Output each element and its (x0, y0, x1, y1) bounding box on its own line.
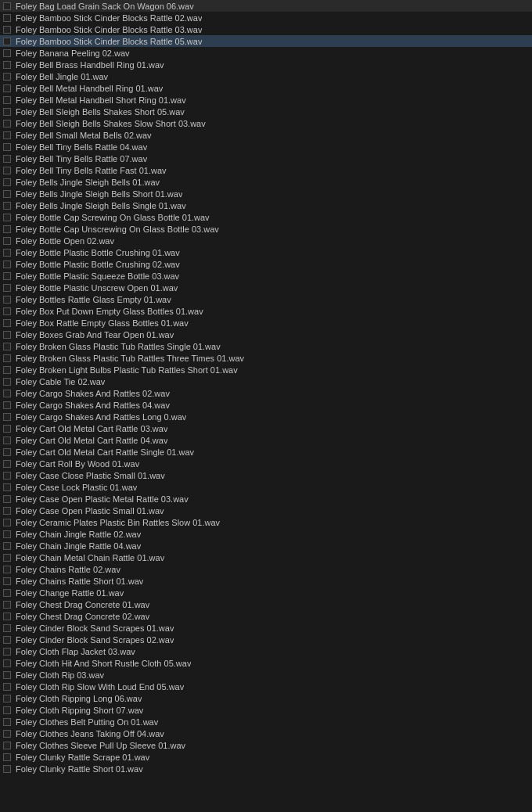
list-item[interactable]: Foley Clunky Rattle Short 01.wav (0, 763, 532, 774)
file-checkbox[interactable] (3, 378, 11, 386)
list-item[interactable]: Foley Bells Jingle Sleigh Bells Single 0… (0, 199, 532, 211)
list-item[interactable]: Foley Bell Tiny Bells Rattle 07.wav (0, 153, 532, 164)
file-checkbox[interactable] (3, 706, 11, 714)
list-item[interactable]: Foley Chest Drag Concrete 01.wav (0, 598, 532, 610)
file-checkbox[interactable] (3, 214, 11, 221)
list-item[interactable]: Foley Bells Jingle Sleigh Bells Short 01… (0, 188, 532, 199)
list-item[interactable]: Foley Chain Jingle Rattle 02.wav (0, 528, 532, 540)
file-checkbox[interactable] (3, 26, 11, 34)
list-item[interactable]: Foley Cloth Hit And Short Rustle Cloth 0… (0, 657, 532, 669)
file-checkbox[interactable] (3, 530, 11, 538)
list-item[interactable]: Foley Bottle Cap Unscrewing On Glass Bot… (0, 223, 532, 235)
file-checkbox[interactable] (3, 331, 11, 339)
list-item[interactable]: Foley Cloth Rip 03.wav (0, 669, 532, 681)
list-item[interactable]: Foley Chain Metal Chain Rattle 01.wav (0, 552, 532, 563)
file-checkbox[interactable] (3, 84, 11, 92)
file-checkbox[interactable] (3, 143, 11, 151)
list-item[interactable]: Foley Change Rattle 01.wav (0, 587, 532, 598)
list-item[interactable]: Foley Bag Load Grain Sack On Wagon 06.wa… (0, 0, 532, 12)
file-checkbox[interactable] (3, 519, 11, 526)
list-item[interactable]: Foley Cart Old Metal Cart Rattle Single … (0, 446, 532, 458)
file-checkbox[interactable] (3, 613, 11, 620)
list-item[interactable]: Foley Box Put Down Empty Glass Bottles 0… (0, 305, 532, 317)
list-item[interactable]: Foley Cart Old Metal Cart Rattle 03.wav (0, 422, 532, 434)
file-checkbox[interactable] (3, 460, 11, 468)
list-item[interactable]: Foley Clunky Rattle Scrape 01.wav (0, 751, 532, 763)
list-item[interactable]: Foley Broken Glass Plastic Tub Rattles S… (0, 340, 532, 352)
list-item[interactable]: Foley Broken Light Bulbs Plastic Tub Rat… (0, 364, 532, 375)
file-checkbox[interactable] (3, 14, 11, 22)
file-checkbox[interactable] (3, 155, 11, 163)
list-item[interactable]: Foley Bells Jingle Sleigh Bells 01.wav (0, 176, 532, 188)
list-item[interactable]: Foley Clothes Belt Putting On 01.wav (0, 716, 532, 728)
file-checkbox[interactable] (3, 554, 11, 562)
file-checkbox[interactable] (3, 354, 11, 362)
file-checkbox[interactable] (3, 648, 11, 656)
list-item[interactable]: Foley Cinder Block Sand Scrapes 02.wav (0, 634, 532, 645)
file-checkbox[interactable] (3, 272, 11, 280)
list-item[interactable]: Foley Bell Sleigh Bells Shakes Slow Shor… (0, 117, 532, 129)
list-item[interactable]: Foley Cinder Block Sand Scrapes 01.wav (0, 622, 532, 634)
list-item[interactable]: Foley Bottles Rattle Glass Empty 01.wav (0, 293, 532, 305)
list-item[interactable]: Foley Box Rattle Empty Glass Bottles 01.… (0, 317, 532, 329)
list-item[interactable]: Foley Bottle Plastic Squeeze Bottle 03.w… (0, 270, 532, 282)
file-checkbox[interactable] (3, 659, 11, 667)
file-checkbox[interactable] (3, 495, 11, 503)
file-checkbox[interactable] (3, 366, 11, 374)
list-item[interactable]: Foley Bottle Plastic Bottle Crushing 01.… (0, 246, 532, 258)
file-checkbox[interactable] (3, 507, 11, 515)
list-item[interactable]: Foley Bell Tiny Bells Rattle 04.wav (0, 141, 532, 153)
file-checkbox[interactable] (3, 542, 11, 550)
file-checkbox[interactable] (3, 601, 11, 609)
file-checkbox[interactable] (3, 483, 11, 491)
list-item[interactable]: Foley Bamboo Stick Cinder Blocks Rattle … (0, 35, 532, 47)
list-item[interactable]: Foley Case Open Plastic Metal Rattle 03.… (0, 493, 532, 505)
file-checkbox[interactable] (3, 2, 11, 10)
list-item[interactable]: Foley Bottle Cap Screwing On Glass Bottl… (0, 211, 532, 223)
list-item[interactable]: Foley Chain Jingle Rattle 04.wav (0, 540, 532, 552)
list-item[interactable]: Foley Bell Brass Handbell Ring 01.wav (0, 59, 532, 70)
file-checkbox[interactable] (3, 167, 11, 174)
file-checkbox[interactable] (3, 49, 11, 57)
list-item[interactable]: Foley Bell Metal Handbell Ring 01.wav (0, 82, 532, 94)
list-item[interactable]: Foley Bottle Plastic Bottle Crushing 02.… (0, 258, 532, 270)
file-checkbox[interactable] (3, 225, 11, 233)
file-checkbox[interactable] (3, 437, 11, 444)
list-item[interactable]: Foley Bell Tiny Bells Rattle Fast 01.wav (0, 164, 532, 176)
list-item[interactable]: Foley Cloth Rip Slow With Loud End 05.wa… (0, 681, 532, 692)
list-item[interactable]: Foley Clothes Sleeve Pull Up Sleeve 01.w… (0, 739, 532, 751)
list-item[interactable]: Foley Broken Glass Plastic Tub Rattles T… (0, 352, 532, 364)
file-checkbox[interactable] (3, 120, 11, 128)
file-checkbox[interactable] (3, 425, 11, 433)
list-item[interactable]: Foley Bell Jingle 01.wav (0, 70, 532, 82)
file-checkbox[interactable] (3, 472, 11, 480)
file-checkbox[interactable] (3, 131, 11, 139)
file-checkbox[interactable] (3, 319, 11, 327)
file-checkbox[interactable] (3, 577, 11, 585)
file-checkbox[interactable] (3, 566, 11, 573)
list-item[interactable]: Foley Bell Metal Handbell Short Ring 01.… (0, 94, 532, 106)
file-checkbox[interactable] (3, 589, 11, 597)
file-checkbox[interactable] (3, 296, 11, 304)
list-item[interactable]: Foley Cloth Flap Jacket 03.wav (0, 645, 532, 657)
file-checkbox[interactable] (3, 742, 11, 749)
file-checkbox[interactable] (3, 190, 11, 198)
list-item[interactable]: Foley Cart Roll By Wood 01.wav (0, 458, 532, 469)
list-item[interactable]: Foley Cloth Ripping Short 07.wav (0, 704, 532, 716)
file-checkbox[interactable] (3, 624, 11, 632)
file-checkbox[interactable] (3, 73, 11, 81)
list-item[interactable]: Foley Case Lock Plastic 01.wav (0, 481, 532, 493)
file-checkbox[interactable] (3, 307, 11, 315)
file-checkbox[interactable] (3, 237, 11, 245)
list-item[interactable]: Foley Case Open Plastic Small 01.wav (0, 505, 532, 516)
file-checkbox[interactable] (3, 108, 11, 116)
list-item[interactable]: Foley Cargo Shakes And Rattles Long 0.wa… (0, 411, 532, 422)
file-checkbox[interactable] (3, 683, 11, 691)
list-item[interactable]: Foley Cargo Shakes And Rattles 04.wav (0, 399, 532, 411)
file-checkbox[interactable] (3, 260, 11, 268)
list-item[interactable]: Foley Chains Rattle Short 01.wav (0, 575, 532, 587)
file-checkbox[interactable] (3, 695, 11, 702)
file-checkbox[interactable] (3, 753, 11, 761)
list-item[interactable]: Foley Ceramic Plates Plastic Bin Rattles… (0, 516, 532, 528)
file-checkbox[interactable] (3, 284, 11, 292)
